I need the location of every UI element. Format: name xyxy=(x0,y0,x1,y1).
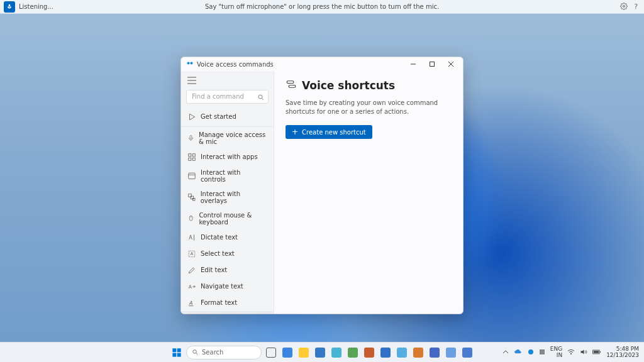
manage-icon xyxy=(187,134,194,143)
chevron-up-icon[interactable] xyxy=(502,349,509,356)
close-button[interactable] xyxy=(441,57,460,71)
gear-icon[interactable] xyxy=(620,3,628,11)
sidebar: Get startedManage voice access & micInte… xyxy=(181,71,274,314)
svg-point-0 xyxy=(623,5,625,7)
svg-rect-39 xyxy=(172,348,176,352)
nav-item-label: Control mouse & keyboard xyxy=(199,212,267,226)
nav-item-select-text[interactable]: ASelect text xyxy=(181,246,274,262)
search-icon xyxy=(257,92,265,104)
help-icon[interactable]: ? xyxy=(634,3,638,11)
nav-item-label: Edit text xyxy=(201,266,227,273)
windows-icon xyxy=(172,348,182,358)
pinned-app-10[interactable] xyxy=(428,346,441,359)
svg-text:A: A xyxy=(189,234,192,240)
svg-rect-20 xyxy=(189,194,192,197)
nav-item-label: Format text xyxy=(201,299,237,306)
pinned-app-6[interactable] xyxy=(362,346,376,359)
page-heading-text: Voice shortcuts xyxy=(302,79,395,92)
mic-toggle-button[interactable] xyxy=(4,1,15,13)
minimize-button[interactable] xyxy=(404,57,423,71)
nav-item-label: Interact with overlays xyxy=(201,190,267,204)
tray-app-icon-2[interactable] xyxy=(539,349,545,356)
svg-rect-15 xyxy=(192,153,195,156)
voice-access-commands-window: Voice access commands Get startedManage … xyxy=(180,57,464,314)
nav-item-manage[interactable]: Manage voice access & mic xyxy=(181,126,274,149)
nav-item-interact-apps[interactable]: Interact with apps xyxy=(181,149,274,165)
start-button[interactable] xyxy=(170,346,184,359)
taskbar-search-placeholder: Search xyxy=(202,349,223,356)
interact-controls-icon xyxy=(187,172,196,180)
dictate-icon: A xyxy=(187,233,196,242)
interact-apps-icon xyxy=(187,153,196,162)
wifi-icon[interactable] xyxy=(567,349,575,356)
svg-text:A: A xyxy=(189,299,192,305)
nav-item-dictate[interactable]: ADictate text xyxy=(181,229,274,246)
mic-icon xyxy=(6,4,13,10)
svg-marker-12 xyxy=(190,114,195,119)
task-view-button[interactable] xyxy=(264,346,278,359)
search-input[interactable] xyxy=(186,90,269,104)
svg-rect-21 xyxy=(191,196,194,199)
svg-rect-13 xyxy=(190,135,192,138)
svg-point-43 xyxy=(193,350,197,354)
shortcuts-icon xyxy=(286,79,297,92)
nav-item-label: Dictate text xyxy=(201,234,238,241)
taskbar: Search ENG IN xyxy=(0,342,644,362)
svg-rect-40 xyxy=(177,348,181,352)
create-new-shortcut-button[interactable]: + Create new shortcut xyxy=(286,125,372,139)
pinned-app-9[interactable] xyxy=(411,346,425,359)
nav-item-get-started[interactable]: Get started xyxy=(181,109,274,125)
pinned-app-1[interactable] xyxy=(280,346,294,359)
nav-item-voice-shortcuts[interactable]: Voice shortcuts xyxy=(181,311,274,314)
svg-rect-50 xyxy=(600,351,601,352)
voice-hint: Say "turn off microphone" or long press … xyxy=(205,3,439,10)
svg-rect-22 xyxy=(193,198,195,200)
taskbar-search[interactable]: Search xyxy=(186,346,262,359)
svg-rect-38 xyxy=(289,85,296,88)
page-description: Save time by creating your own voice com… xyxy=(286,99,449,116)
svg-rect-17 xyxy=(192,158,195,160)
svg-rect-46 xyxy=(540,349,545,354)
pinned-app-3[interactable] xyxy=(313,346,327,359)
language-indicator[interactable]: ENG IN xyxy=(550,346,562,359)
pinned-app-8[interactable] xyxy=(395,346,409,359)
pinned-app-11[interactable] xyxy=(444,346,458,359)
svg-rect-14 xyxy=(189,153,191,156)
tray-app-icon[interactable] xyxy=(528,349,534,356)
svg-text:A: A xyxy=(189,283,192,289)
plus-icon: + xyxy=(292,128,298,136)
svg-text:A: A xyxy=(191,251,194,256)
svg-point-2 xyxy=(191,62,193,65)
hamburger-button[interactable] xyxy=(181,71,274,89)
pinned-app-2[interactable] xyxy=(297,346,311,359)
nav-item-mouse-keyboard[interactable]: Control mouse & keyboard xyxy=(181,208,274,229)
nav-item-navigate-text[interactable]: ANavigate text xyxy=(181,278,274,295)
volume-icon[interactable] xyxy=(580,349,587,356)
get-started-icon xyxy=(187,112,196,121)
nav-item-format-text[interactable]: AFormat text xyxy=(181,295,274,311)
onedrive-icon[interactable] xyxy=(514,349,523,356)
titlebar[interactable]: Voice access commands xyxy=(181,57,463,71)
battery-icon[interactable] xyxy=(592,349,601,356)
nav-item-edit-text[interactable]: Edit text xyxy=(181,262,274,278)
svg-marker-48 xyxy=(581,349,584,354)
pinned-app-12[interactable] xyxy=(460,346,474,359)
maximize-button[interactable] xyxy=(423,57,441,71)
svg-point-47 xyxy=(571,354,572,354)
nav-item-interact-controls[interactable]: Interact with controls xyxy=(181,165,274,187)
app-icon xyxy=(186,60,194,68)
nav-item-label: Interact with controls xyxy=(201,169,267,183)
pinned-app-5[interactable] xyxy=(346,346,360,359)
pinned-app-4[interactable] xyxy=(330,346,343,359)
clock[interactable]: 5:48 PM 12/13/2023 xyxy=(606,346,639,359)
svg-rect-37 xyxy=(287,81,294,84)
window-title: Voice access commands xyxy=(197,61,274,68)
svg-point-1 xyxy=(187,62,190,65)
nav-item-interact-overlays[interactable]: Interact with overlays xyxy=(181,187,274,208)
pinned-app-7[interactable] xyxy=(379,346,392,359)
page-heading: Voice shortcuts xyxy=(286,79,452,92)
system-tray[interactable]: ENG IN 5:48 PM 12/13/2023 xyxy=(502,346,644,359)
search-icon xyxy=(192,349,199,356)
svg-rect-41 xyxy=(172,353,176,356)
voice-status: Listening... xyxy=(19,3,53,10)
